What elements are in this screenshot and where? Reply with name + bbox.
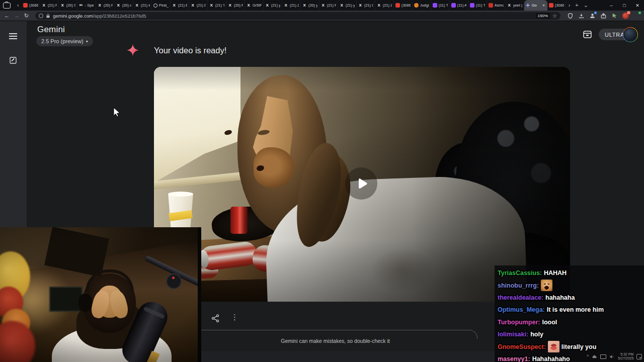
download-icon[interactable] (578, 13, 585, 19)
tab[interactable]: X(21) y (264, 0, 282, 11)
tab[interactable]: X(20) F (226, 0, 245, 11)
reload-button[interactable]: ↻ (24, 11, 29, 21)
tab[interactable]: X(21) # (133, 0, 152, 11)
account-avatar[interactable] (623, 27, 638, 42)
speaker-icon[interactable] (609, 354, 615, 359)
tab-search-button[interactable]: ⌄ (581, 0, 591, 11)
browser-menu-icon[interactable] (633, 13, 640, 19)
tab[interactable]: (11) T (468, 0, 487, 11)
tab-title: (21) Z (383, 3, 392, 8)
tab[interactable]: ✂- Spe (77, 0, 96, 11)
shield-extension-icon[interactable] (567, 13, 574, 19)
model-selector[interactable]: 2.5 Pro (preview) ▾ (36, 36, 93, 46)
judge-favicon (414, 3, 419, 8)
tab[interactable]: X(20) P (96, 0, 115, 11)
notification-icon[interactable] (636, 354, 642, 359)
chat-username: GnomeSuspect: (498, 343, 546, 350)
x-favicon: X (135, 3, 139, 8)
pinned-tab-icon[interactable] (3, 3, 11, 9)
tab[interactable]: X(21) P (40, 0, 59, 11)
lock-icon (46, 14, 50, 18)
tab[interactable]: X(20) S (59, 0, 77, 11)
gemini-sparkle-icon (126, 43, 140, 57)
tab-active[interactable]: Go✕ (524, 0, 547, 11)
avatar-extension-icon[interactable]: 11 (622, 13, 629, 19)
chat-username: Turbopumper: (498, 319, 540, 326)
tab[interactable]: Asmo (487, 0, 506, 11)
tab[interactable]: X(21) D (189, 0, 208, 11)
tab[interactable]: X(21) y (338, 0, 357, 11)
tab[interactable]: (3086 (547, 0, 566, 11)
play-button[interactable] (345, 167, 377, 200)
maximize-button[interactable]: □ (618, 0, 631, 11)
send-to-device-icon[interactable] (600, 13, 607, 19)
tab[interactable]: Judgi (413, 0, 431, 11)
system-tray: ^ 5:32 PM5/27/2025 (587, 351, 644, 361)
chat-username: TyriasCassius: (498, 269, 542, 277)
cursor-extension-icon[interactable] (611, 13, 618, 19)
tab[interactable]: X(20) y (301, 0, 319, 11)
tab-title: (3086 (555, 3, 564, 8)
x-favicon: X (284, 3, 288, 8)
tab[interactable]: Pirat_ (152, 0, 171, 11)
x-favicon: X (98, 3, 102, 8)
tab[interactable]: X(20) d (115, 0, 133, 11)
zoom-level-badge[interactable]: 150% (536, 13, 550, 19)
x-favicon: X (172, 3, 177, 8)
forward-button[interactable]: → (14, 11, 20, 21)
tab[interactable]: Xyeet ( (506, 0, 524, 11)
new-chat-icon[interactable] (9, 56, 17, 64)
tab[interactable]: (3086 (394, 0, 413, 11)
close-button[interactable]: ✕ (631, 0, 644, 11)
tab[interactable]: X(21) E (171, 0, 189, 11)
share-button[interactable] (211, 314, 220, 323)
twitch-chat-overlay: TyriasCassius:HAHAHshinobu_rrrg:thereald… (495, 265, 644, 362)
tab[interactable]: (3086 (22, 0, 40, 11)
more-options-button[interactable]: ⋮ (231, 313, 238, 322)
x-favicon: X (60, 3, 65, 8)
main-menu-icon[interactable] (9, 33, 17, 39)
tab[interactable]: XGr5tF (245, 0, 264, 11)
tab-scroll-right-icon[interactable]: › (566, 0, 573, 11)
tab-title: (21) Z (290, 3, 299, 8)
tab-title: (21) y (346, 3, 355, 8)
address-bar[interactable]: gemini.google.com/app/23b8212e521b76d5 1… (35, 12, 560, 20)
tab-close-icon[interactable]: ✕ (542, 4, 545, 8)
tab-title: (21) G (364, 3, 373, 8)
site-info-icon[interactable] (39, 14, 43, 18)
saved-info-icon[interactable] (582, 29, 593, 40)
tab-title: (3086 (401, 3, 411, 8)
x-favicon: X (228, 3, 232, 8)
new-tab-button[interactable]: + (573, 0, 581, 11)
x-favicon: X (247, 3, 251, 8)
chat-message: Optimus_Mega:It is even more him (498, 304, 644, 316)
tab-list: (3086X(21) PX(20) S✂- SpeX(20) PX(20) dX… (22, 0, 566, 11)
tab[interactable]: (11) T (431, 0, 450, 11)
display-icon[interactable] (600, 354, 606, 359)
x-favicon: X (377, 3, 381, 8)
chat-message: shinobu_rrrg: (498, 279, 644, 291)
tab-scroll-left-icon[interactable]: ‹ (15, 0, 22, 11)
tab-title: Pirat_ (159, 3, 169, 8)
tab[interactable]: X(21) P (319, 0, 338, 11)
webcam-overlay (0, 227, 201, 362)
tray-caret-icon[interactable]: ^ (587, 354, 589, 359)
tab-title: Judgi (420, 3, 429, 8)
mouse-cursor (113, 107, 121, 118)
tab[interactable]: X(21) Z (375, 0, 394, 11)
browser-toolbar: ← → ↻ gemini.google.com/app/23b8212e521b… (0, 11, 644, 21)
tab[interactable]: (11) A (450, 0, 468, 11)
minimize-button[interactable]: – (605, 0, 618, 11)
chat-message: therealdealace:hahahaha (498, 292, 644, 304)
tab[interactable]: X(21) G (357, 0, 375, 11)
clock[interactable]: 5:32 PM5/27/2025 (618, 352, 633, 360)
twitch-favicon (451, 3, 456, 8)
profile-extension-icon[interactable] (589, 13, 596, 19)
tab-title: (3086 (29, 3, 38, 8)
back-button[interactable]: ← (4, 11, 10, 21)
window-controls: – □ ✕ (605, 0, 644, 11)
onedrive-icon[interactable] (592, 354, 597, 359)
tab[interactable]: X(21) Z (282, 0, 301, 11)
tab[interactable]: X(21) T (208, 0, 226, 11)
bookmark-star-icon[interactable]: ☆ (552, 13, 557, 19)
